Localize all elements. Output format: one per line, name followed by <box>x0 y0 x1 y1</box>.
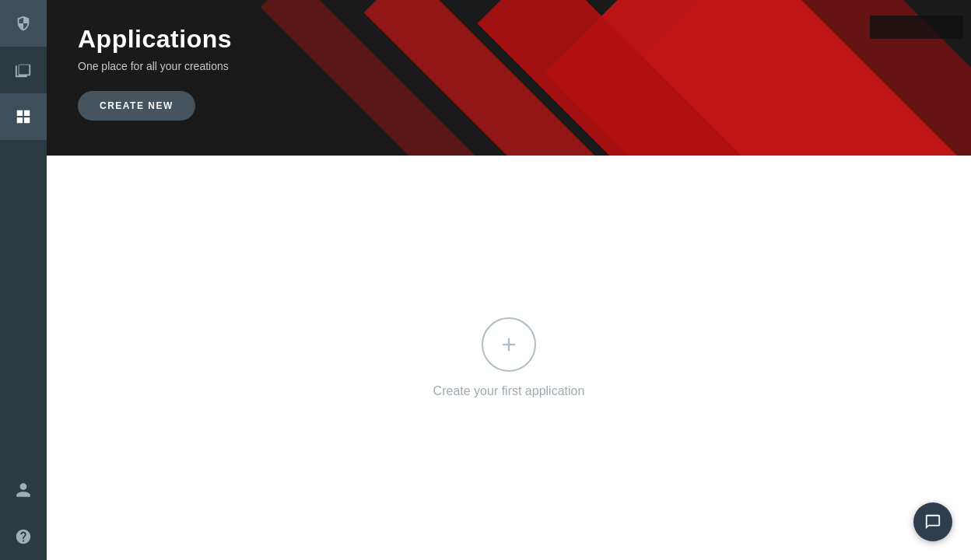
page-title: Applications <box>78 25 940 54</box>
empty-state: Create your first application <box>433 317 585 398</box>
main-content: Applications One place for all your crea… <box>47 0 971 560</box>
sidebar-item-shield[interactable] <box>0 0 47 47</box>
chat-button[interactable] <box>913 502 952 541</box>
content-area: Create your first application <box>47 156 971 560</box>
create-first-app-button[interactable] <box>482 317 536 372</box>
chat-icon <box>924 513 941 530</box>
book-icon <box>15 61 32 79</box>
plus-icon <box>498 334 520 355</box>
grid-icon <box>15 108 32 125</box>
empty-state-label: Create your first application <box>433 384 585 398</box>
hero-content: Applications One place for all your crea… <box>47 0 971 145</box>
hero-banner: Applications One place for all your crea… <box>47 0 971 156</box>
shield-icon <box>15 15 32 32</box>
sidebar-item-help[interactable] <box>0 513 47 560</box>
hero-subtitle: One place for all your creations <box>78 60 940 72</box>
sidebar-item-person[interactable] <box>0 467 47 513</box>
sidebar-item-book[interactable] <box>0 47 47 93</box>
create-new-button[interactable]: CREATE NEW <box>78 91 195 121</box>
help-icon <box>15 528 32 545</box>
sidebar-item-grid[interactable] <box>0 93 47 140</box>
sidebar <box>0 0 47 560</box>
person-icon <box>15 481 32 499</box>
